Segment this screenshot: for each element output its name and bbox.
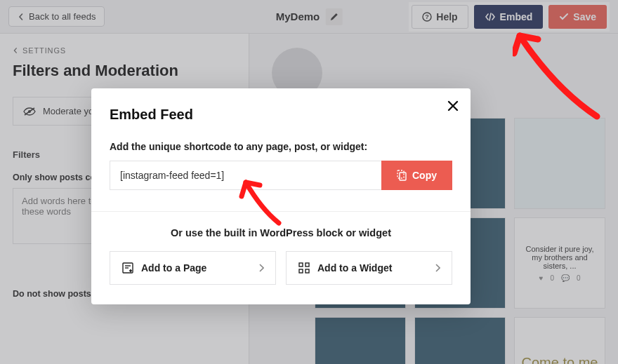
modal-divider (91, 211, 471, 212)
svg-rect-10 (305, 263, 309, 267)
add-to-page-label: Add to a Page (141, 262, 206, 274)
modal-subtitle: Add the unique shortcode to any page, po… (110, 141, 452, 152)
svg-rect-12 (305, 269, 309, 273)
modal-title: Embed Feed (110, 107, 452, 123)
modal-overlay[interactable]: Embed Feed Add the unique shortcode to a… (0, 0, 618, 364)
embed-modal: Embed Feed Add the unique shortcode to a… (91, 88, 471, 304)
add-to-widget-button[interactable]: Add to a Widget (286, 251, 452, 285)
copy-label: Copy (412, 170, 437, 181)
add-to-widget-label: Add to a Widget (317, 262, 392, 274)
svg-rect-4 (400, 173, 406, 180)
widget-icon (298, 262, 310, 274)
svg-rect-5 (397, 170, 404, 178)
shortcode-input[interactable] (110, 161, 381, 190)
add-to-page-button[interactable]: Add to a Page (110, 251, 276, 285)
copy-shortcode-button[interactable]: Copy (381, 161, 452, 190)
chevron-right-icon (258, 264, 264, 272)
modal-actions: Add to a Page Add to a Widget (110, 251, 452, 285)
page-plus-icon (121, 262, 134, 274)
svg-rect-9 (299, 263, 303, 267)
copy-icon (397, 170, 407, 181)
shortcode-row: Copy (110, 161, 452, 190)
modal-close-button[interactable] (447, 100, 459, 112)
chevron-right-icon (435, 264, 440, 272)
modal-alt-subtitle: Or use the built in WordPress block or w… (110, 227, 452, 238)
svg-rect-11 (299, 269, 303, 273)
